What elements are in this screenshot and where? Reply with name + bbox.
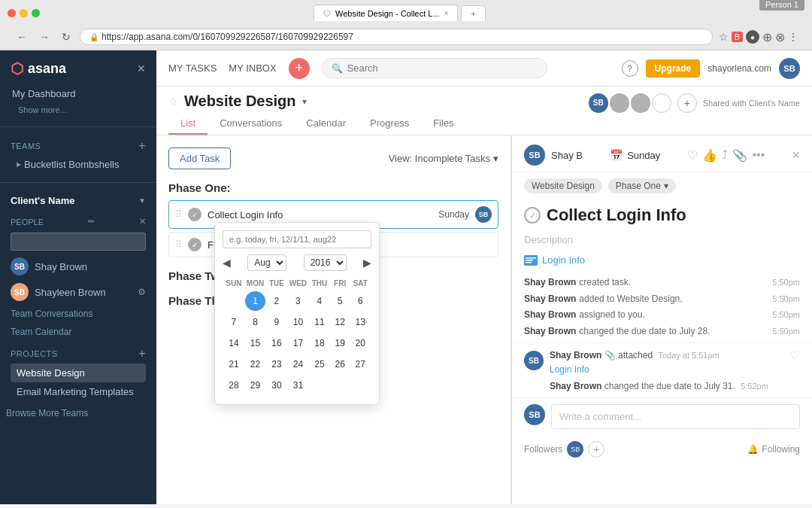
calendar-day[interactable]: 10	[288, 312, 308, 332]
calendar-day[interactable]: 1	[245, 291, 265, 311]
tab-list[interactable]: List	[168, 113, 208, 135]
project-item-website-design[interactable]: Website Design	[11, 364, 146, 382]
client-section-toggle[interactable]: ▼	[138, 196, 146, 205]
task-detail-due[interactable]: 📅 Sunday	[610, 149, 660, 161]
people-close-btn[interactable]: ✕	[139, 217, 146, 227]
close-window-btn[interactable]	[8, 9, 16, 17]
project-dropdown-btn[interactable]: ▾	[302, 96, 307, 107]
calendar-day[interactable]: 15	[245, 333, 265, 353]
attachment-item[interactable]: Login Info	[524, 254, 800, 266]
calendar-day[interactable]: 24	[288, 354, 308, 374]
extension-icon-2[interactable]: ●	[746, 30, 759, 44]
add-project-btn[interactable]: +	[138, 347, 146, 360]
browser-tab-active[interactable]: ⬡ Website Design - Collect L... ×	[314, 5, 458, 21]
calendar-day[interactable]: 8	[245, 312, 265, 332]
sidebar-client-name[interactable]: Client's Name ▼	[11, 192, 146, 211]
upgrade-button[interactable]: Upgrade	[646, 59, 701, 78]
back-button[interactable]: ←	[14, 29, 30, 44]
add-team-btn[interactable]: +	[138, 139, 146, 153]
user-avatar[interactable]: SB	[779, 58, 800, 79]
date-picker-year-select[interactable]: 2016	[304, 254, 347, 271]
calendar-day[interactable]: 29	[245, 376, 265, 395]
calendar-day[interactable]: 11	[310, 312, 329, 332]
add-task-circle-btn[interactable]: +	[289, 58, 310, 79]
thumbs-action-btn[interactable]: 👍	[702, 148, 717, 163]
task-row-collect-login[interactable]: ⠿ Collect Login Info Sunday SB ◀ Aug	[168, 200, 498, 229]
task-checkbox-collect[interactable]	[188, 208, 201, 221]
add-member-btn[interactable]: +	[677, 93, 697, 113]
calendar-day[interactable]: 16	[267, 333, 286, 353]
my-tasks-nav[interactable]: MY TASKS	[168, 59, 217, 77]
sidebar-show-more[interactable]: Show more...	[6, 104, 150, 120]
tab-calendar[interactable]: Calendar	[294, 113, 358, 135]
calendar-day[interactable]: 2	[267, 291, 286, 311]
task-checkbox-fill[interactable]	[188, 238, 201, 251]
my-inbox-nav[interactable]: MY INBOX	[229, 59, 276, 77]
url-bar[interactable]: 🔒 https://app.asana.com/0/16070992922658…	[80, 29, 713, 45]
share-action-btn[interactable]: ⤴	[722, 148, 728, 162]
calendar-day[interactable]: 4	[310, 291, 329, 311]
task-detail-close-btn[interactable]: ×	[792, 148, 800, 163]
team-calendar-link[interactable]: Team Calendar	[0, 323, 156, 341]
person-gear-icon[interactable]: ⚙	[138, 287, 146, 297]
people-edit-btn[interactable]: ✏	[88, 217, 95, 227]
view-selector[interactable]: View: Incomplete Tasks ▾	[389, 153, 498, 164]
calendar-day[interactable]: 14	[224, 333, 244, 353]
person-item-shayleen-brown[interactable]: SB Shayleen Brown ⚙	[0, 279, 156, 305]
calendar-day[interactable]: 17	[288, 333, 308, 353]
calendar-day[interactable]: 7	[224, 312, 244, 332]
person-item-shay-brown[interactable]: SB Shay Brown	[0, 254, 156, 279]
comment-heart-btn[interactable]: ♡	[790, 349, 800, 361]
extension-icon-1[interactable]: B	[732, 32, 743, 42]
date-picker-prev-btn[interactable]: ◀	[223, 257, 231, 269]
calendar-day[interactable]: 26	[331, 354, 350, 374]
search-input[interactable]	[347, 62, 538, 74]
project-star-icon[interactable]: ☆	[168, 96, 178, 108]
drag-handle-icon[interactable]: ⠿	[175, 209, 182, 220]
calendar-day[interactable]: 23	[267, 354, 286, 374]
calendar-day[interactable]	[310, 376, 329, 395]
calendar-day[interactable]: 3	[288, 291, 308, 311]
heart-action-btn[interactable]: ♡	[687, 148, 698, 163]
date-picker-month-select[interactable]: Aug	[247, 254, 286, 271]
menu-icon[interactable]: ⋮	[788, 31, 798, 43]
calendar-day[interactable]: 25	[310, 354, 329, 374]
forward-button[interactable]: →	[36, 29, 53, 44]
tag-website-design[interactable]: Website Design	[524, 178, 602, 193]
drag-handle-icon-2[interactable]: ⠿	[175, 239, 182, 250]
calendar-day[interactable]: 6	[351, 291, 370, 311]
calendar-day[interactable]	[331, 376, 350, 395]
tab-close-btn[interactable]: ×	[444, 9, 449, 17]
browser-tab-new[interactable]: +	[461, 5, 485, 21]
tag-phase-one[interactable]: Phase One ▾	[608, 178, 676, 193]
calendar-day[interactable]: 22	[245, 354, 265, 374]
browse-more-teams[interactable]: Browse More Teams	[0, 404, 156, 422]
task-detail-checkbox[interactable]: ✓	[524, 207, 541, 224]
date-picker-next-btn[interactable]: ▶	[363, 257, 371, 269]
tab-files[interactable]: Files	[421, 113, 465, 135]
extension-icon-3[interactable]: ⊕	[762, 30, 772, 44]
tab-conversations[interactable]: Conversations	[208, 113, 294, 135]
calendar-day[interactable]: 21	[224, 354, 244, 374]
more-action-btn[interactable]: •••	[752, 148, 765, 162]
comment-input[interactable]: Write a comment...	[551, 404, 800, 429]
paperclip-action-btn[interactable]: 📎	[732, 148, 747, 163]
sidebar-team-bucketlist[interactable]: Bucketlist Bombshells	[11, 156, 146, 173]
calendar-day[interactable]	[351, 376, 370, 395]
following-btn[interactable]: 🔔 Following	[747, 444, 800, 455]
sidebar-nav-my-dashboard[interactable]: My Dashboard	[6, 84, 150, 104]
comment-attachment-link[interactable]: Login Info	[550, 364, 589, 375]
calendar-day[interactable]: 13	[351, 312, 370, 332]
maximize-window-btn[interactable]	[32, 9, 40, 17]
calendar-day[interactable]: 18	[310, 333, 329, 353]
help-btn[interactable]: ?	[622, 60, 638, 77]
calendar-day[interactable]: 9	[267, 312, 286, 332]
refresh-button[interactable]: ↻	[59, 29, 74, 44]
extension-icon-4[interactable]: ⊗	[775, 30, 785, 44]
calendar-day[interactable]: 12	[331, 312, 350, 332]
add-task-button[interactable]: Add Task	[168, 148, 231, 169]
calendar-day[interactable]: 27	[351, 354, 370, 374]
followers-add-btn[interactable]: +	[588, 441, 604, 458]
calendar-day[interactable]	[224, 291, 244, 311]
bookmark-star-icon[interactable]: ☆	[719, 31, 729, 43]
